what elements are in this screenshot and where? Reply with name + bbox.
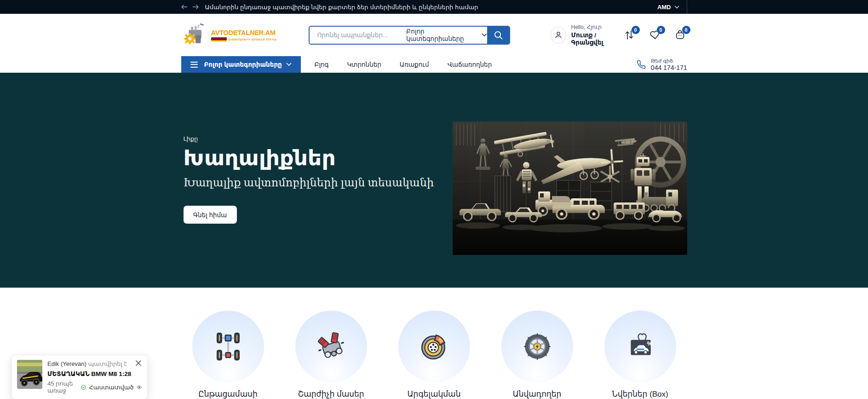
chevron-down-icon bbox=[482, 33, 487, 37]
category-label: Նվերներ (Box) bbox=[612, 389, 668, 399]
search-input[interactable] bbox=[310, 27, 406, 44]
svg-text:%: % bbox=[647, 340, 652, 347]
check-circle-icon bbox=[81, 383, 86, 391]
brake-disc-icon bbox=[419, 331, 449, 362]
notification-status: Հաստատված bbox=[89, 384, 133, 391]
hero-kicker: Լիքը bbox=[184, 135, 434, 142]
chevron-down-icon bbox=[674, 6, 679, 9]
category-engine-parts[interactable]: Շարժիչի մասեր bbox=[295, 311, 367, 399]
search-button[interactable] bbox=[487, 27, 509, 44]
hotline-label: Թեժ գիծ. bbox=[651, 58, 687, 64]
category-label: Արգելակման bbox=[408, 389, 461, 399]
logo-tagline: ԱՎՏՈՄԱՍԵՐԻ ԱՌՑԱՆՑ ՇՈՒԿԱ bbox=[229, 38, 277, 41]
buy-now-button[interactable]: Գնել հիմա bbox=[184, 206, 237, 224]
all-categories-button[interactable]: Բոլոր կատեգորիաները bbox=[181, 56, 301, 73]
category-brakes[interactable]: Արգելակման bbox=[398, 311, 470, 399]
login-register-link: Մուտք / Գրանցվել bbox=[571, 31, 623, 46]
announcement-prev-arrow-icon[interactable] bbox=[181, 4, 188, 10]
tire-wheel-icon bbox=[522, 331, 552, 362]
engine-icon bbox=[316, 331, 346, 362]
compare-button[interactable]: 0 bbox=[624, 29, 636, 41]
eye-icon bbox=[137, 383, 142, 391]
close-icon[interactable] bbox=[135, 359, 142, 367]
magnifier-icon bbox=[494, 30, 503, 40]
category-label: Շարժիչի մասեր bbox=[298, 389, 364, 399]
engine-logo-icon bbox=[184, 23, 207, 47]
hero-banner: Լիքը Խաղալիքներ Խաղալիք ավտոմոբիլների լա… bbox=[0, 73, 868, 288]
gift-box-icon: % bbox=[625, 331, 655, 362]
cart-count-badge: 0 bbox=[682, 26, 690, 34]
nav-item-coupons[interactable]: Կտրոններ bbox=[347, 61, 381, 68]
notification-time: 45 րոպե առաջ bbox=[47, 380, 78, 394]
announcement-text: Ամանորին ընդառաջ պատվիրեք նվեր քարտեր ձե… bbox=[205, 4, 478, 11]
account-greeting: Hello, Հյուր bbox=[571, 24, 623, 30]
hero-subtitle: Խաղալիք ավտոմոբիլների լայն տեսականի bbox=[184, 176, 434, 189]
currency-value: AMD bbox=[657, 4, 671, 11]
site-logo[interactable]: AVTODETALNER.AM ԱՎՏՈՄԱՍԵՐԻ ԱՌՑԱՆՑ ՇՈՒԿԱ bbox=[184, 23, 277, 47]
chassis-icon bbox=[213, 331, 243, 362]
search-bar: Բոլոր կատեգորիաները bbox=[309, 26, 510, 45]
search-category-dropdown[interactable]: Բոլոր կատեգորիաները bbox=[406, 27, 487, 44]
phone-icon bbox=[637, 60, 646, 69]
logo-title: AVTODETALNER.AM bbox=[211, 29, 277, 36]
account-area[interactable]: Hello, Հյուր Մուտք / Գրանցվել bbox=[551, 24, 623, 46]
currency-selector[interactable]: AMD bbox=[650, 0, 687, 14]
category-chassis[interactable]: Ընթացամասի bbox=[192, 311, 264, 399]
chevron-down-icon bbox=[286, 63, 292, 66]
nav-item-delivery[interactable]: Առաքում bbox=[400, 61, 429, 68]
hotline-number: 044 174-171 bbox=[651, 64, 687, 71]
category-label: Ընթացամասի bbox=[198, 389, 258, 399]
order-notification-popup: Edik (Yerevan) պատվիրել է ՄԵՏԱՂԱԿԱՆ BMW … bbox=[11, 355, 148, 399]
nav-item-blog[interactable]: Բլոգ bbox=[315, 61, 329, 68]
armenian-flag-icon bbox=[211, 37, 227, 41]
user-icon bbox=[551, 27, 566, 44]
notification-product[interactable]: ՄԵՏԱՂԱԿԱՆ BMW M8 1:28 bbox=[47, 370, 142, 377]
category-label: Անվադողեր bbox=[513, 389, 562, 399]
search-category-value: Բոլոր կատեգորիաները bbox=[406, 28, 477, 42]
site-header: AVTODETALNER.AM ԱՎՏՈՄԱՍԵՐԻ ԱՌՑԱՆՑ ՇՈՒԿԱ … bbox=[0, 14, 868, 56]
hero-image-metal-toys bbox=[453, 121, 687, 255]
cart-button[interactable]: 0 bbox=[674, 29, 686, 41]
notification-customer: Edik (Yerevan) bbox=[47, 360, 86, 367]
notification-action: պատվիրել է bbox=[88, 360, 127, 367]
announcement-next-arrow-icon[interactable] bbox=[192, 4, 199, 10]
category-tires[interactable]: Անվադողեր bbox=[501, 311, 573, 399]
hero-title: Խաղալիքներ bbox=[184, 147, 434, 168]
hamburger-icon bbox=[190, 62, 198, 68]
main-navigation: Բոլոր կատեգորիաները Բլոգ Կտրոններ Առաքու… bbox=[0, 56, 868, 73]
product-thumbnail bbox=[17, 360, 42, 389]
all-categories-label: Բոլոր կատեգորիաները bbox=[204, 61, 282, 68]
wishlist-button[interactable]: 0 bbox=[649, 29, 661, 41]
nav-item-sellers[interactable]: Վաճառողներ bbox=[448, 61, 492, 68]
wishlist-count-badge: 0 bbox=[657, 26, 665, 34]
announcement-bar: Ամանորին ընդառաջ պատվիրեք նվեր քարտեր ձե… bbox=[0, 0, 868, 14]
compare-count-badge: 0 bbox=[632, 26, 640, 34]
hotline[interactable]: Թեժ գիծ. 044 174-171 bbox=[637, 58, 687, 71]
category-gifts[interactable]: % Նվերներ (Box) bbox=[604, 311, 676, 399]
